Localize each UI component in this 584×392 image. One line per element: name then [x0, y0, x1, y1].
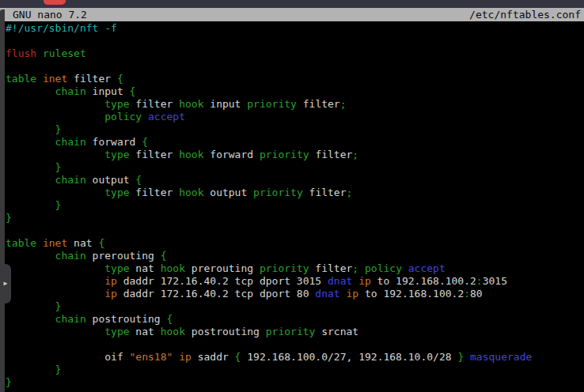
red-indicator: [44, 0, 66, 5]
code-token: filter: [297, 98, 340, 110]
code-line: }: [6, 199, 584, 212]
code-token: 3015: [483, 275, 507, 287]
code-token: filter: [130, 98, 173, 110]
code-token: {: [154, 250, 167, 262]
code-line: ip daddr 172.16.40.2 tcp dport 3015 dnat…: [6, 275, 584, 288]
code-token: filter: [130, 187, 173, 198]
code-token: forward: [86, 136, 136, 148]
code-line: }: [6, 123, 584, 136]
code-token: filter: [309, 262, 353, 274]
code-token: chain: [6, 85, 86, 97]
code-token: "ens18": [123, 351, 173, 363]
code-token: ruleset: [36, 47, 86, 59]
code-token: :: [464, 288, 470, 300]
code-line: type filter hook input priority filter;: [6, 98, 584, 111]
code-token: dnat: [309, 288, 340, 300]
code-line: table inet nat {: [6, 237, 584, 250]
code-token: ip: [173, 351, 191, 363]
code-token: ;: [347, 187, 353, 198]
editor-area[interactable]: #!/usr/sbin/nft -fflush rulesettable ine…: [0, 22, 584, 392]
code-token: #!/usr/sbin/nft -f: [6, 22, 117, 34]
code-token: hook: [173, 98, 203, 110]
code-token: dnat: [321, 275, 352, 287]
code-token: :: [476, 275, 483, 287]
code-token: chain: [6, 250, 86, 262]
code-token: oif: [6, 351, 123, 363]
app-version-label: GNU nano 7.2: [13, 8, 87, 21]
code-token: table: [6, 237, 36, 249]
code-token: }: [6, 364, 61, 375]
side-panel-edge: [0, 9, 5, 392]
code-token: type: [6, 262, 130, 274]
code-line: }: [6, 212, 584, 224]
code-token: }: [6, 123, 61, 135]
code-token: table: [6, 73, 36, 85]
code-token: input: [203, 98, 241, 110]
code-token: prerouting: [86, 250, 154, 262]
code-token: filter: [303, 187, 347, 198]
code-line: type nat hook prerouting priority filter…: [6, 262, 584, 275]
code-token: to 192.168.100.2: [358, 288, 464, 300]
code-token: hook: [173, 149, 203, 160]
code-token: ; policy: [352, 262, 402, 274]
code-token: type: [6, 326, 130, 337]
code-token: postrouting: [185, 326, 260, 337]
code-token: }: [6, 376, 12, 388]
code-token: }: [6, 212, 12, 224]
code-token: ip: [6, 275, 117, 287]
code-token: inet: [36, 73, 67, 85]
sidebar-handle[interactable]: ▶: [0, 264, 11, 303]
code-token: hook: [154, 326, 185, 337]
code-token: type: [6, 149, 130, 160]
file-path-label: /etc/nftables.conf: [469, 8, 581, 21]
code-token: {: [123, 85, 136, 97]
code-line: chain prerouting {: [6, 250, 584, 262]
code-token: nat: [130, 326, 154, 337]
code-token: saddr: [192, 351, 229, 363]
code-token: flush: [6, 47, 36, 59]
code-line: ip daddr 172.16.40.2 tcp dport 80 dnat i…: [6, 288, 584, 300]
code-token: chain: [6, 313, 86, 325]
code-line: #!/usr/sbin/nft -f: [6, 22, 584, 35]
code-token: to 192.168.100.2: [371, 275, 476, 287]
code-token: {: [111, 73, 123, 85]
code-token: srcnat: [315, 326, 358, 337]
code-token: filter: [309, 149, 353, 160]
code-token: 192.168.100.0/27, 192.168.10.0/28: [241, 351, 451, 363]
code-line: [6, 224, 584, 237]
code-token: priority: [253, 262, 309, 274]
code-token: hook: [154, 262, 185, 274]
code-token: priority: [241, 98, 296, 110]
code-token: daddr 172.16.40.2 tcp dport 3015: [117, 275, 321, 287]
code-token: prerouting: [185, 262, 253, 274]
code-token: }: [6, 161, 61, 173]
code-token: chain: [6, 174, 86, 186]
code-line: chain postrouting {: [6, 313, 584, 326]
code-line: table inet filter {: [6, 73, 584, 85]
code-token: output: [86, 174, 130, 186]
code-token: ;: [352, 149, 358, 160]
code-line: }: [6, 376, 584, 389]
code-token: nat: [67, 237, 92, 249]
code-line: policy accept: [6, 111, 584, 123]
code-line: chain input {: [6, 85, 584, 98]
code-token: postrouting: [86, 313, 161, 325]
code-token: 80: [470, 288, 483, 300]
window-top-bar: [0, 0, 584, 8]
code-line: [6, 60, 584, 73]
arrow-right-icon: ▶: [4, 281, 8, 287]
code-token: accept: [142, 111, 185, 122]
code-line: flush ruleset: [6, 47, 584, 60]
code-line: [6, 338, 584, 351]
code-token: {: [135, 136, 148, 148]
code-token: masquerade: [464, 351, 532, 363]
code-token: input: [86, 85, 123, 97]
code-line: }: [6, 161, 584, 174]
code-token: priority: [247, 187, 302, 198]
editor-content[interactable]: #!/usr/sbin/nft -fflush rulesettable ine…: [0, 22, 584, 389]
code-line: chain output {: [6, 174, 584, 187]
code-token: chain: [6, 136, 86, 148]
code-token: {: [93, 237, 105, 249]
code-token: filter: [130, 149, 173, 160]
code-token: type: [6, 187, 130, 198]
